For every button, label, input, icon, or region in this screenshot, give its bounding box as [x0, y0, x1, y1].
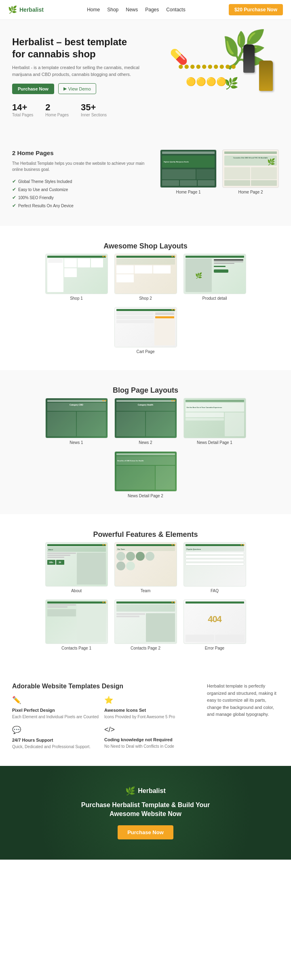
features-section: Powerful Features & Elements About — [0, 514, 291, 667]
product-detail-label: Product detail — [183, 296, 246, 301]
hero-demo-button[interactable]: ▶ View Demo — [58, 83, 96, 94]
blog-section-title: Blog Page Layouts — [12, 386, 279, 395]
check-icon: ✔ — [12, 179, 16, 184]
nav-contacts[interactable]: Contacts — [166, 7, 185, 13]
news-1-thumb[interactable]: Category CBD — [45, 398, 108, 438]
home-pages-text: 2 Home Pages The Herbalist Template help… — [12, 149, 152, 210]
news-2-label: News 2 — [114, 440, 177, 445]
shop-layouts-section: Awesome Shop Layouts — [0, 226, 291, 370]
shop-thumbs-grid: ★★ Shop 1 — [12, 254, 279, 354]
adorable-text: Herbalist template is perfectly organize… — [207, 683, 279, 718]
adore-coding-item: </> Coding knowledge not Required No Nee… — [104, 726, 191, 750]
shop-1-thumb[interactable] — [45, 254, 108, 294]
footer-cta: 🌿 Herbalist Purchase Herbalist Template … — [0, 766, 291, 860]
check-icon: ✔ — [12, 195, 16, 200]
stat-total-pages: 14+ Total Pages — [12, 102, 33, 117]
shop-2-item: ★★ Shop 2 — [114, 254, 177, 301]
news-2-thumb[interactable]: Category Health — [114, 398, 177, 438]
footer-cta-title: Purchase Herbalist Template & Build Your… — [77, 801, 214, 819]
blog-thumbs-grid: Category CBD ★★ News 1 — [12, 398, 279, 498]
footer-logo-text: Herbalist — [138, 787, 165, 795]
blog-layouts-section: Blog Page Layouts Category CBD — [0, 370, 291, 514]
home-pages-title: 2 Home Pages — [12, 149, 152, 156]
about-thumb[interactable]: About 188+ 2K — [45, 542, 108, 587]
adorable-title: Adorable Website Templates Design — [12, 683, 191, 690]
nav-shop[interactable]: Shop — [107, 7, 118, 13]
icons-desc: Icons Provided by Font Awesome 5 Pro — [104, 714, 191, 720]
news-detail-2-thumb[interactable]: Benefits of CBD Extract for Health — [114, 451, 177, 492]
support-title: 24/7 Hours Support — [12, 738, 99, 742]
check-icon: ✔ — [12, 187, 16, 192]
home-page-2-image[interactable]: 🌿 Cannabis Oils CBD Oil and THC Oil Avai… — [222, 149, 279, 188]
news-1-item: Category CBD ★★ News 1 — [45, 398, 108, 445]
team-thumb[interactable]: Our Team — [114, 542, 177, 587]
team-label: Team — [114, 589, 177, 593]
news-detail-1-item: Get the Best Out of Your Cannabis Experi… — [183, 398, 246, 445]
footer-purchase-button[interactable]: Purchase Now — [118, 825, 173, 839]
contacts-1-thumb[interactable] — [45, 599, 108, 644]
icons-title: Awesome Icons Set — [104, 708, 191, 713]
home-pages-grid: Highest Quality Marijuana Seeds — [160, 149, 279, 194]
nav-home[interactable]: Home — [87, 7, 100, 13]
stat-inner-sections: 35+ Inner Sections — [81, 102, 107, 117]
feature-list: ✔Global Theme Styles Included ✔Easy to U… — [12, 177, 152, 210]
contacts-2-item: ★★ Contacts Page 2 — [114, 599, 177, 650]
home-page-2-label: Home Page 2 — [222, 190, 279, 194]
adorable-left: Adorable Website Templates Design ✏️ Pix… — [12, 683, 191, 750]
nav-links: Home Shop News Pages Contacts — [87, 7, 185, 13]
cart-page-label: Cart Page — [114, 349, 177, 354]
hero-stats: 14+ Total Pages 2 Home Pages 35+ Inner S… — [12, 102, 141, 117]
news-detail-1-label: News Detail Page 1 — [183, 440, 246, 445]
faq-thumb[interactable]: Popular Questions — [183, 542, 246, 587]
hero-image: 🌿 💊 ●●●●●●●●●● 🌿 🟡🟡🟡🟡 — [166, 36, 279, 117]
product-detail-item: 🌿 Product detail — [183, 254, 246, 301]
team-item: Our Team ★★ — [114, 542, 177, 593]
hero-description: Herbalist - is a template created for se… — [12, 64, 141, 78]
news-2-item: Category Health ★★ News 2 — [114, 398, 177, 445]
shop-2-thumb[interactable] — [114, 254, 177, 294]
shop-section-title: Awesome Shop Layouts — [12, 242, 279, 250]
home-page-1-thumb: Highest Quality Marijuana Seeds — [160, 149, 217, 194]
pixel-title: Pixel Perfect Design — [12, 708, 99, 713]
logo-text: Herbalist — [19, 6, 44, 13]
cart-page-item: ★★ Cart Page — [114, 307, 177, 354]
cart-page-thumb[interactable] — [114, 307, 177, 347]
home-page-1-image[interactable]: Highest Quality Marijuana Seeds — [160, 149, 217, 188]
nav-logo: 🌿 Herbalist — [8, 5, 44, 14]
feature-item: ✔Easy to Use and Customize — [12, 185, 152, 193]
feature-item: ✔100% SEO Friendly — [12, 193, 152, 202]
logo-leaf-icon: 🌿 — [8, 5, 17, 14]
error-page-item: 404 Error Page — [183, 599, 246, 650]
coding-desc: No Need to Deal with Conflicts in Code — [104, 744, 191, 749]
error-page-label: Error Page — [183, 646, 246, 650]
home-pages-desc: The Herbalist Template helps you create … — [12, 160, 152, 172]
adore-pixel-item: ✏️ Pixel Perfect Design Each Element and… — [12, 696, 99, 720]
hero-text-block: Herbalist – best template for cannabis s… — [12, 36, 141, 117]
stat-home-pages: 2 Home Pages — [45, 102, 69, 117]
support-desc: Quick, Dedicated and Professional Suppor… — [12, 744, 99, 750]
nav-pages[interactable]: Pages — [145, 7, 159, 13]
home-pages-section: 2 Home Pages The Herbalist Template help… — [0, 133, 291, 226]
news-detail-1-thumb[interactable]: Get the Best Out of Your Cannabis Experi… — [183, 398, 246, 438]
faq-item: Popular Questions ★★ FAQ — [183, 542, 246, 593]
news-detail-2-label: News Detail Page 2 — [114, 494, 177, 498]
home-pages-inner: 2 Home Pages The Herbalist Template help… — [12, 149, 279, 210]
faq-label: FAQ — [183, 589, 246, 593]
news-1-label: News 1 — [45, 440, 108, 445]
feature-item: ✔Perfect Results On Any Device — [12, 202, 152, 210]
adorable-section: Adorable Website Templates Design ✏️ Pix… — [0, 667, 291, 766]
hero-purchase-button[interactable]: Purchase Now — [12, 84, 54, 94]
pixel-desc: Each Element and Individual Pixels are C… — [12, 714, 99, 720]
chat-icon: 💬 — [12, 726, 99, 734]
coding-title: Coding knowledge not Required — [104, 737, 191, 742]
star-icon: ⭐ — [104, 696, 191, 705]
hero-buttons: Purchase Now ▶ View Demo — [12, 83, 141, 94]
nav-purchase-button[interactable]: $20 Purchase Now — [229, 4, 283, 15]
contacts-2-thumb[interactable] — [114, 599, 177, 644]
product-detail-thumb[interactable]: 🌿 — [183, 254, 246, 294]
nav-news[interactable]: News — [126, 7, 138, 13]
adorable-features-grid: ✏️ Pixel Perfect Design Each Element and… — [12, 696, 191, 750]
shop-1-item: ★★ Shop 1 — [45, 254, 108, 301]
error-page-thumb[interactable]: 404 — [183, 599, 246, 644]
footer-logo: 🌿 Herbalist — [12, 786, 279, 796]
